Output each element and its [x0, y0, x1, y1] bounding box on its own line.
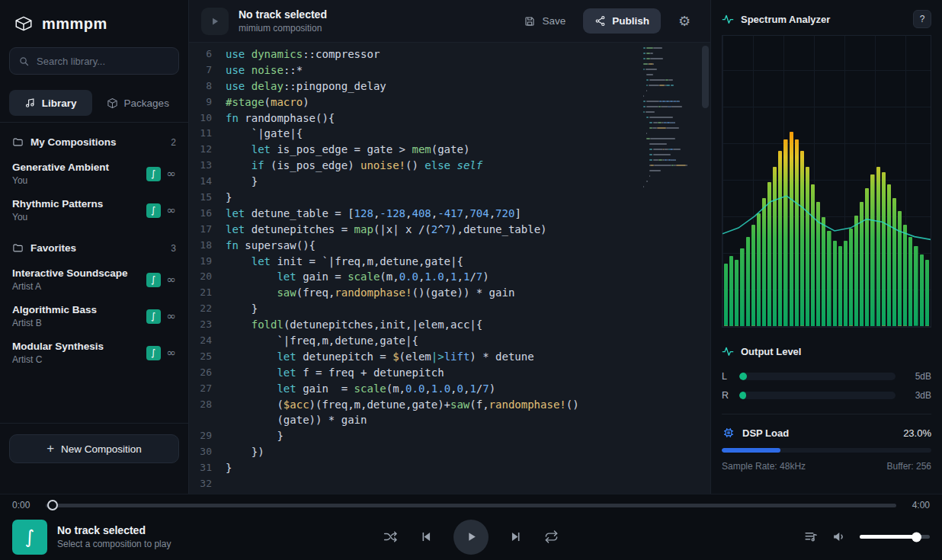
mimium-file-icon: ∫: [146, 309, 161, 324]
line-number: 23: [189, 317, 226, 333]
publish-label: Publish: [612, 15, 649, 27]
main-area: No track selected mimium composition Sav…: [189, 0, 710, 494]
mimium-logo-icon: ∫: [12, 520, 47, 555]
editor-scrollbar[interactable]: [702, 43, 709, 494]
line-number: 20: [189, 269, 226, 285]
minimap[interactable]: [643, 47, 695, 197]
publish-button[interactable]: Publish: [583, 8, 661, 34]
settings-button[interactable]: ⚙: [671, 8, 698, 35]
code-text: }: [226, 174, 258, 190]
code-line: 28 ($acc)(freq,m,detune,gate)+saw(f,rand…: [189, 397, 710, 413]
line-number: 29: [189, 428, 226, 444]
shuffle-button[interactable]: [383, 530, 398, 544]
library-search[interactable]: [9, 47, 179, 75]
composition-item[interactable]: Algorithmic BassArtist B∫∞: [0, 298, 188, 334]
composition-item[interactable]: Interactive SoundscapeArtist A∫∞: [0, 261, 188, 298]
minimap-line: [643, 175, 695, 177]
minimap-line: [643, 117, 695, 118]
mimium-file-icon: ∫: [146, 167, 161, 181]
line-number: 26: [189, 365, 226, 381]
sample-rate: Sample Rate: 48kHz: [722, 461, 806, 472]
infinity-icon: ∞: [167, 273, 177, 286]
code-text: use delay::pingpong_delay: [226, 78, 386, 94]
new-composition-button[interactable]: + New Composition: [9, 434, 179, 463]
tab-library[interactable]: Library: [9, 90, 92, 116]
scrollbar-thumb[interactable]: [702, 46, 709, 108]
composition-info: Generative AmbientYou: [12, 162, 140, 186]
time-current: 0:00: [12, 500, 37, 510]
mimium-file-icon: ∫: [146, 273, 161, 287]
code-text: let init = `|freq,m,detune,gate|{: [226, 254, 463, 270]
transport-controls: [383, 520, 559, 555]
now-playing-title: No track selected: [57, 524, 171, 536]
panel-divider: [722, 414, 931, 414]
plus-icon: +: [46, 441, 54, 456]
timeline: 0:00 4:00: [0, 497, 942, 514]
help-button[interactable]: ?: [913, 10, 931, 28]
code-text: saw(freq,randomphase!()(gate)) * gain: [226, 285, 514, 301]
repeat-button[interactable]: [544, 530, 559, 544]
minimap-line: [643, 79, 695, 81]
code-line: 6use dynamics::compressor: [189, 46, 710, 62]
volume-section: [640, 530, 930, 544]
level-rows: L5dBR3dB: [722, 363, 931, 401]
section-title: My Compositions: [30, 136, 117, 148]
section-header: Favorites3: [0, 229, 188, 261]
composition-item[interactable]: Modular SynthesisArtist C∫∞: [0, 334, 188, 371]
line-number: 24: [189, 333, 226, 349]
code-line: 21 saw(freq,randomphase!()(gate)) * gain: [189, 285, 710, 301]
channel-label: L: [722, 371, 731, 382]
sidebar-tabs: LibraryPackages: [0, 84, 188, 123]
line-number: 13: [189, 158, 226, 174]
player-controls: ∫ No track selected Select a composition…: [0, 514, 942, 560]
code-line: 9#stage(macro): [189, 94, 710, 110]
section-count: 3: [171, 243, 176, 254]
minimap-line: [643, 95, 695, 97]
composition-item[interactable]: Rhythmic PatternsYou∫∞: [0, 192, 188, 229]
line-number: 15: [189, 190, 226, 206]
code-editor[interactable]: 6use dynamics::compressor7use noise::*8u…: [189, 43, 710, 494]
infinity-icon: ∞: [167, 203, 177, 217]
line-number: 6: [189, 46, 226, 62]
logo-cube-icon: [14, 14, 34, 34]
code-line: (gate)) * gain: [189, 412, 710, 428]
play-button[interactable]: [453, 520, 489, 555]
previous-button[interactable]: [418, 530, 433, 544]
spectrum-title: Spectrum Analyzer: [741, 14, 830, 25]
minimap-line: [643, 47, 695, 49]
header-play-button[interactable]: [201, 8, 229, 35]
save-button[interactable]: Save: [516, 9, 573, 34]
track-subtitle: mimium composition: [239, 23, 327, 34]
line-number: 32: [189, 476, 226, 492]
composition-title: Modular Synthesis: [12, 341, 140, 352]
volume-slider[interactable]: [860, 535, 930, 539]
code-text: foldl(detunepitches,init,|elem,acc|{: [226, 317, 482, 333]
queue-icon[interactable]: [803, 530, 818, 544]
spectrum-curve-line: [723, 196, 931, 239]
line-number: 30: [189, 444, 226, 460]
minimap-line: [643, 170, 695, 171]
level-meter: [739, 373, 896, 380]
volume-knob[interactable]: [912, 532, 921, 542]
next-button[interactable]: [509, 530, 524, 544]
search-input[interactable]: [37, 56, 171, 67]
code-text: let gain = scale(m,0.0,1.0,0,1/7): [226, 381, 495, 397]
code-text: fn randomphase(){: [226, 110, 335, 126]
minimap-line: [643, 133, 695, 134]
infinity-icon: ∞: [167, 346, 177, 360]
composition-title: Rhythmic Patterns: [12, 198, 140, 210]
code-text: }: [226, 190, 232, 206]
composition-item[interactable]: Generative AmbientYou∫∞: [0, 155, 188, 192]
code-line: 8use delay::pingpong_delay: [189, 78, 710, 94]
infinity-icon: ∞: [167, 309, 177, 323]
tab-packages[interactable]: Packages: [97, 90, 180, 116]
composition-artist: Artist C: [12, 354, 140, 365]
app-window: mmmpm LibraryPackages My Compositions2Ge…: [0, 0, 942, 560]
package-note-icon: [107, 98, 118, 109]
code-line: 20 let gain = scale(m,0.0,1.0,1,1/7): [189, 269, 710, 285]
volume-icon[interactable]: [831, 530, 846, 544]
dsp-progress-bar: [722, 448, 931, 453]
now-playing-subtitle: Select a composition to play: [57, 539, 171, 549]
seek-knob[interactable]: [47, 500, 58, 510]
seek-slider[interactable]: [46, 504, 896, 507]
